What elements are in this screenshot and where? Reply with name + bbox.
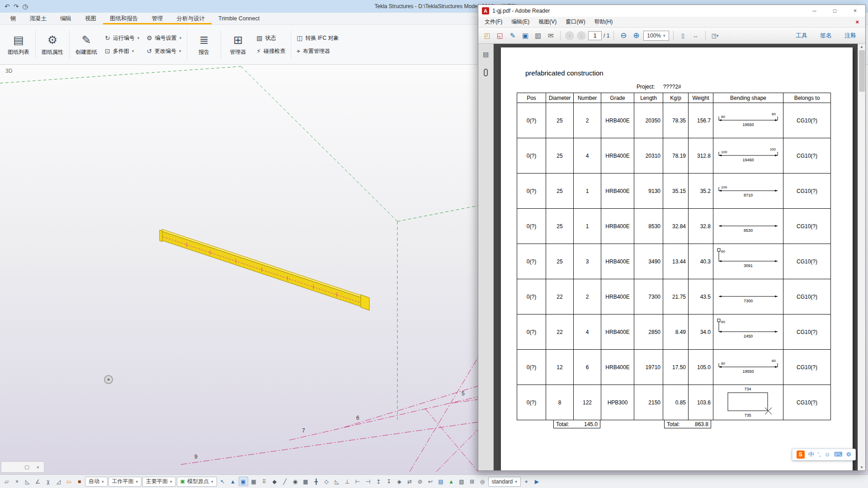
tekla-menu-tab-4[interactable]: 视图: [78, 13, 103, 24]
restore-view-button[interactable]: ▢: [24, 464, 29, 470]
snap-nearest-icon[interactable]: ◈: [395, 477, 404, 486]
beam-model[interactable]: [160, 229, 369, 310]
close-view-icon[interactable]: ×: [12, 477, 22, 486]
previous-page-button[interactable]: ↑: [565, 31, 574, 40]
snap-off-icon[interactable]: ⊘: [415, 477, 425, 486]
scroll-down-icon[interactable]: ▼: [860, 465, 863, 469]
open-file-button[interactable]: ◰: [482, 30, 493, 42]
fit-width-button[interactable]: ↔: [690, 30, 701, 42]
zoom-out-button[interactable]: ⊖: [618, 30, 629, 42]
flight-mode-icon[interactable]: ◿: [54, 477, 63, 486]
pen-outline-icon[interactable]: ▭: [64, 477, 74, 486]
multi-drawing-button[interactable]: ⊡ 多件图 ▾: [105, 47, 139, 55]
snap-down-icon[interactable]: ↧: [384, 477, 394, 486]
print-button[interactable]: ▥: [533, 30, 543, 42]
expand-toolbar-button[interactable]: ◳ ▾: [710, 30, 721, 42]
vertical-scrollbar[interactable]: ▲ ▼: [858, 44, 865, 470]
adobe-menu-4[interactable]: 窗口(W): [561, 17, 590, 27]
select-all-icon[interactable]: ▲: [228, 477, 238, 486]
tools-link[interactable]: 工具: [796, 32, 807, 40]
snap-origin-icon[interactable]: ╋: [311, 477, 321, 486]
scrollbar-thumb[interactable]: [859, 50, 865, 92]
change-numbering-button[interactable]: ↺ 更改编号 ▾: [146, 47, 181, 55]
status-button[interactable]: ▧ 状态: [256, 34, 285, 42]
page-number-input[interactable]: [588, 31, 602, 40]
model-origin-dropdown[interactable]: ▣模型原点▾: [177, 477, 217, 487]
attachments-icon[interactable]: [481, 67, 491, 77]
drag-drop-icon[interactable]: ↩: [426, 477, 435, 486]
snap-any-icon[interactable]: ⇄: [405, 477, 415, 486]
tekla-menu-tab-8[interactable]: Trimble Connect: [212, 13, 266, 24]
drawing-properties-button[interactable]: ⚙ 图纸属性: [38, 27, 66, 62]
tekla-menu-tab-6[interactable]: 管理: [145, 13, 170, 24]
pointer-icon[interactable]: ▶: [532, 477, 542, 486]
close-view-button[interactable]: ×: [37, 465, 39, 470]
select-welds-icon[interactable]: ╱: [280, 477, 290, 486]
snap-profile-dropdown[interactable]: standard▾: [488, 477, 521, 487]
workplane-dropdown[interactable]: 工作平面▾: [108, 477, 142, 487]
adobe-menu-5[interactable]: 帮助(H): [590, 17, 618, 27]
redo-icon[interactable]: ↷: [14, 3, 19, 10]
zoom-level-dropdown[interactable]: 100% ▾: [643, 31, 669, 41]
xsnap-icon[interactable]: ▧: [457, 477, 467, 486]
adobe-menu-3[interactable]: 视图(V): [534, 17, 561, 27]
select-components-icon[interactable]: ▣: [239, 477, 248, 486]
auto-dropdown[interactable]: 自动▾: [85, 477, 108, 487]
drawing-list-button[interactable]: ▤ 图纸列表: [5, 27, 33, 62]
tekla-menu-tab-3[interactable]: 编辑: [53, 13, 78, 24]
zoom-tool-icon[interactable]: ◎: [478, 477, 487, 486]
layout-manager-button[interactable]: ⌖ 布置管理器: [297, 47, 339, 55]
ime-language-zh[interactable]: 中: [808, 450, 814, 459]
select-parts-icon[interactable]: ▦: [249, 477, 259, 486]
ortho-icon[interactable]: ▲: [447, 477, 456, 486]
adobe-menu-2[interactable]: 编辑(E): [507, 17, 534, 27]
report-button[interactable]: ≣ 报告: [190, 27, 218, 62]
tekla-menu-tab-7[interactable]: 分析与设计: [170, 13, 212, 24]
smart-select-icon[interactable]: ▤: [436, 477, 446, 486]
snap-perpendicular-icon[interactable]: ⊥: [343, 477, 352, 486]
close-button[interactable]: ×: [845, 5, 865, 17]
ime-soft-keyboard[interactable]: ⌨: [834, 450, 843, 459]
scroll-up-icon[interactable]: ▲: [860, 45, 863, 49]
select-rebar-icon[interactable]: ◉: [291, 477, 300, 486]
snap-up-icon[interactable]: ↥: [374, 477, 383, 486]
create-drawing-button[interactable]: ✎ 创建图纸: [72, 27, 100, 62]
tekla-menu-tab-5[interactable]: 图纸和报告: [103, 13, 145, 24]
ime-emoji-picker[interactable]: ☺: [824, 450, 830, 459]
undo-icon[interactable]: ↶: [5, 3, 10, 10]
main-plane-dropdown[interactable]: 主要平面▾: [142, 477, 176, 487]
zoom-in-button[interactable]: ⊕: [631, 30, 642, 42]
page-thumbnails-icon[interactable]: ▤: [481, 49, 491, 59]
sogou-logo-icon[interactable]: S: [797, 450, 805, 459]
next-page-button[interactable]: ↓: [577, 31, 586, 40]
minimize-button[interactable]: ─: [804, 5, 825, 17]
comment-link[interactable]: 注释: [844, 32, 856, 40]
edit-button[interactable]: ✎: [507, 30, 518, 42]
clash-check-button[interactable]: ⚡ 碰撞检查: [256, 47, 285, 55]
maximize-button[interactable]: □: [825, 5, 845, 17]
adobe-menu-1[interactable]: 文件(F): [480, 17, 507, 27]
create-pdf-button[interactable]: ◱: [495, 30, 505, 42]
crosshair-icon[interactable]: ⌖: [522, 477, 531, 486]
snap-line-icon[interactable]: ⊢: [353, 477, 363, 486]
snap-edge-icon[interactable]: ⊣: [363, 477, 373, 486]
navigation-gizmo[interactable]: [104, 375, 113, 384]
run-numbering-button[interactable]: ↻ 运行编号 ▾: [105, 34, 139, 42]
sign-link[interactable]: 签名: [820, 32, 832, 40]
ucs-icon[interactable]: χ: [43, 477, 53, 486]
workplane-offset-icon[interactable]: ∠: [33, 477, 42, 486]
workplane-icon[interactable]: ◺: [23, 477, 32, 486]
snap-intersection-icon[interactable]: ◺: [332, 477, 342, 486]
ime-punctuation[interactable]: ’,: [818, 450, 821, 459]
tekla-menu-tab-2[interactable]: 混凝土: [23, 13, 54, 24]
select-points-icon[interactable]: ⠿: [259, 477, 269, 486]
create-view-icon[interactable]: ▱: [2, 477, 11, 486]
history-icon[interactable]: ◷: [22, 3, 28, 10]
manager-button[interactable]: ⊞ 管理器: [224, 27, 252, 62]
save-button[interactable]: ▣: [520, 30, 531, 42]
snap-midpoint-icon[interactable]: ◇: [322, 477, 331, 486]
select-bolts-icon[interactable]: ◆: [270, 477, 279, 486]
menu-close-icon[interactable]: ×: [851, 19, 863, 25]
pen-filled-icon[interactable]: ■: [75, 477, 84, 486]
ime-toolbox[interactable]: ⚙: [846, 450, 851, 459]
